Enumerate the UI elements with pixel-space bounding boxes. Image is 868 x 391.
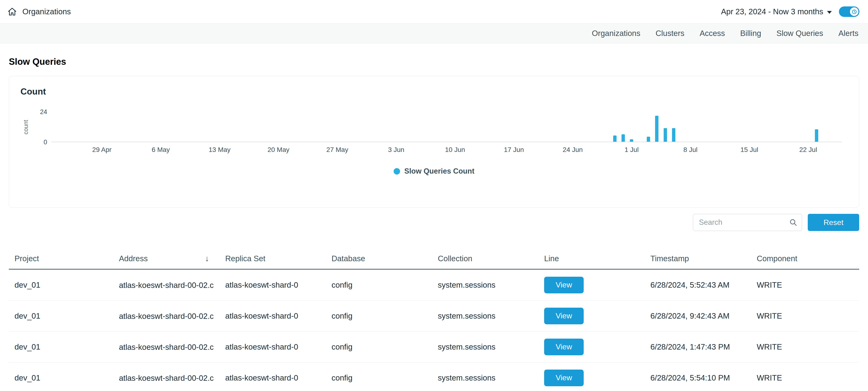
column-header-label: Line	[544, 254, 559, 263]
chart-bar	[622, 134, 625, 142]
cell-address: atlas-koeswt-shard-00-02.cr	[115, 342, 221, 352]
cell-address: atlas-koeswt-shard-00-02.cr	[115, 311, 221, 321]
y-tick-label: 0	[43, 138, 47, 146]
chart-bar	[672, 128, 675, 142]
cell-collection: system.sessions	[434, 373, 540, 383]
chart-bar	[815, 129, 818, 142]
search-box	[693, 214, 802, 231]
cell-replica-set-text: atlas-koeswt-shard-0	[225, 311, 298, 320]
column-header-line[interactable]: Line	[540, 254, 647, 263]
breadcrumb-organizations[interactable]: Organizations	[22, 7, 71, 16]
sort-desc-icon[interactable]: ↓	[205, 254, 209, 263]
column-header-database[interactable]: Database	[328, 254, 434, 263]
home-icon[interactable]	[7, 7, 17, 17]
chart-bar	[630, 139, 633, 142]
cell-replica-set-text: atlas-koeswt-shard-0	[225, 342, 298, 351]
x-tick-label: 20 May	[268, 146, 289, 154]
cell-timestamp: 6/28/2024, 5:54:10 PM	[647, 373, 753, 383]
cell-timestamp: 6/28/2024, 1:47:43 PM	[647, 342, 753, 352]
cell-timestamp-text: 6/28/2024, 9:42:43 AM	[650, 311, 730, 320]
cell-collection: system.sessions	[434, 311, 540, 321]
column-header-label: Collection	[438, 254, 472, 263]
toggle-knob	[850, 7, 859, 16]
x-tick-label: 6 May	[152, 146, 170, 154]
column-header-timestamp[interactable]: Timestamp	[647, 254, 753, 263]
column-header-project[interactable]: Project	[9, 254, 115, 263]
cell-component-text: WRITE	[757, 280, 782, 289]
chart-y-axis-label: count	[22, 120, 29, 134]
cell-component: WRITE	[753, 311, 859, 321]
cell-project-text: dev_01	[14, 373, 40, 382]
column-header-label: Timestamp	[650, 254, 689, 263]
page-title: Slow Queries	[9, 57, 859, 67]
cell-replica-set: atlas-koeswt-shard-0	[221, 373, 328, 383]
cell-project: dev_01	[9, 311, 115, 321]
chevron-down-icon	[827, 11, 832, 14]
slow-queries-count-card: Count count 240 29 Apr6 May13 May20 May2…	[9, 76, 859, 208]
nav-item-access[interactable]: Access	[700, 29, 725, 38]
top-nav: OrganizationsClustersAccessBillingSlow Q…	[0, 23, 868, 43]
x-tick-label: 8 Jul	[683, 146, 698, 154]
chart-plot: 29 Apr6 May13 May20 May27 May3 Jun10 Jun…	[52, 112, 842, 142]
nav-item-clusters[interactable]: Clusters	[656, 29, 684, 38]
clock-icon	[851, 9, 857, 15]
chart-bar	[647, 137, 650, 142]
table-row: dev_01atlas-koeswt-shard-00-02.cratlas-k…	[9, 362, 859, 391]
search-input[interactable]	[693, 214, 802, 231]
x-tick-label: 24 Jun	[563, 146, 583, 154]
x-tick-label: 3 Jun	[388, 146, 404, 154]
header-right-group: Apr 23, 2024 - Now 3 months	[721, 6, 860, 17]
view-button[interactable]: View	[544, 277, 584, 293]
view-button[interactable]: View	[544, 369, 584, 386]
date-range-label: Apr 23, 2024 - Now 3 months	[721, 7, 823, 16]
search-icon	[789, 218, 797, 227]
view-button[interactable]: View	[544, 339, 584, 355]
reset-button[interactable]: Reset	[808, 214, 859, 231]
cell-collection-text: system.sessions	[438, 311, 496, 320]
slow-queries-table: ProjectAddress↓Replica SetDatabaseCollec…	[9, 254, 859, 391]
column-header-replica-set[interactable]: Replica Set	[221, 254, 328, 263]
view-button[interactable]: View	[544, 308, 584, 324]
cell-address-text: atlas-koeswt-shard-00-02.cr	[119, 343, 214, 352]
auto-refresh-toggle[interactable]	[839, 6, 860, 17]
table-body: dev_01atlas-koeswt-shard-00-02.cratlas-k…	[9, 270, 859, 391]
cell-timestamp-text: 6/28/2024, 5:54:10 PM	[650, 373, 730, 382]
cell-line: View	[540, 308, 647, 324]
column-header-label: Address	[119, 254, 148, 263]
nav-item-slow-queries[interactable]: Slow Queries	[776, 29, 823, 38]
cell-component-text: WRITE	[757, 373, 782, 382]
cell-replica-set-text: atlas-koeswt-shard-0	[225, 280, 298, 289]
cell-collection-text: system.sessions	[438, 373, 496, 382]
breadcrumb: Organizations	[7, 7, 71, 17]
cell-database: config	[328, 311, 434, 321]
chart-bar	[655, 116, 658, 142]
x-tick-label: 27 May	[327, 146, 348, 154]
cell-replica-set: atlas-koeswt-shard-0	[221, 342, 328, 352]
cell-project-text: dev_01	[14, 342, 40, 351]
column-header-label: Project	[14, 254, 39, 263]
cell-timestamp-text: 6/28/2024, 5:52:43 AM	[650, 280, 730, 289]
column-header-component[interactable]: Component	[753, 254, 859, 263]
slow-queries-chart: count 240 29 Apr6 May13 May20 May27 May3…	[21, 112, 842, 142]
top-header: Organizations Apr 23, 2024 - Now 3 month…	[0, 0, 868, 23]
x-tick-label: 17 Jun	[504, 146, 524, 154]
date-range-picker[interactable]: Apr 23, 2024 - Now 3 months	[721, 7, 832, 16]
cell-timestamp: 6/28/2024, 9:42:43 AM	[647, 311, 753, 321]
cell-component: WRITE	[753, 373, 859, 383]
x-tick-label: 13 May	[209, 146, 230, 154]
cell-replica-set: atlas-koeswt-shard-0	[221, 280, 328, 290]
x-tick-label: 10 Jun	[445, 146, 465, 154]
cell-database-text: config	[332, 373, 352, 382]
cell-replica-set-text: atlas-koeswt-shard-0	[225, 373, 298, 382]
cell-address-text: atlas-koeswt-shard-00-02.cr	[119, 281, 214, 290]
column-header-address[interactable]: Address↓	[115, 254, 221, 263]
x-tick-label: 15 Jul	[740, 146, 758, 154]
table-row: dev_01atlas-koeswt-shard-00-02.cratlas-k…	[9, 301, 859, 331]
nav-item-organizations[interactable]: Organizations	[592, 29, 640, 38]
column-header-collection[interactable]: Collection	[434, 254, 540, 263]
y-tick-label: 24	[40, 108, 47, 116]
nav-item-billing[interactable]: Billing	[740, 29, 761, 38]
cell-database: config	[328, 373, 434, 383]
x-tick-label: 29 Apr	[92, 146, 112, 154]
nav-item-alerts[interactable]: Alerts	[838, 29, 859, 38]
